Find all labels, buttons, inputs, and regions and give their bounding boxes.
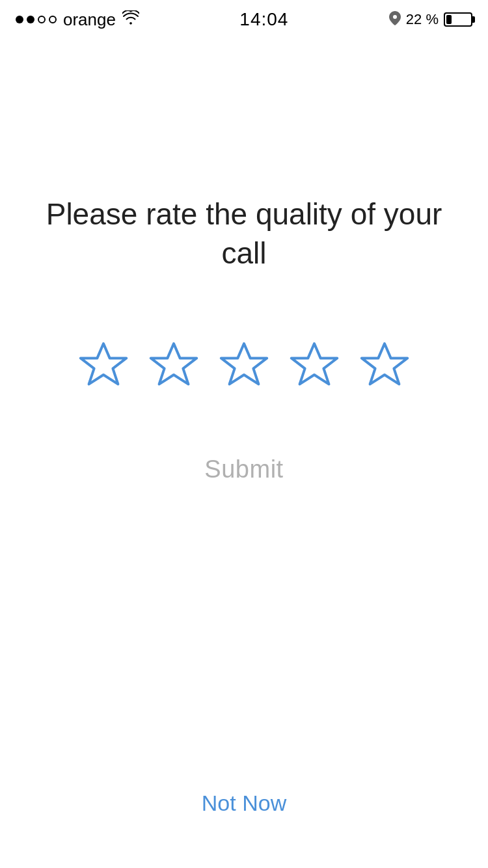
battery-icon	[444, 12, 472, 27]
stars-container[interactable]	[77, 338, 411, 390]
signal-dot-4	[49, 16, 57, 23]
star-5[interactable]	[359, 338, 411, 390]
signal-dot-2	[27, 16, 34, 23]
star-2[interactable]	[148, 338, 200, 390]
signal-strength	[16, 16, 57, 23]
status-right: 22 %	[389, 11, 472, 29]
not-now-container: Not Now	[0, 784, 488, 822]
signal-dot-1	[16, 16, 23, 23]
signal-dot-3	[38, 16, 46, 23]
battery-percent: 22 %	[406, 11, 439, 28]
svg-marker-4	[291, 344, 337, 384]
svg-marker-3	[221, 344, 267, 384]
svg-marker-1	[81, 344, 126, 384]
svg-marker-2	[151, 344, 197, 384]
prompt-title: Please rate the quality of your call	[0, 195, 488, 273]
submit-button[interactable]: Submit	[178, 449, 309, 490]
svg-marker-5	[362, 344, 407, 384]
star-3[interactable]	[218, 338, 270, 390]
status-bar: orange 14:04 22 %	[0, 0, 488, 39]
star-4[interactable]	[288, 338, 340, 390]
carrier-name: orange	[63, 10, 116, 30]
status-left: orange	[16, 10, 139, 30]
location-icon	[389, 11, 401, 29]
star-1[interactable]	[77, 338, 129, 390]
not-now-button[interactable]: Not Now	[176, 784, 312, 822]
wifi-icon	[122, 10, 139, 29]
svg-point-0	[393, 15, 397, 19]
status-time: 14:04	[239, 9, 288, 30]
main-content: Please rate the quality of your call	[0, 39, 488, 868]
